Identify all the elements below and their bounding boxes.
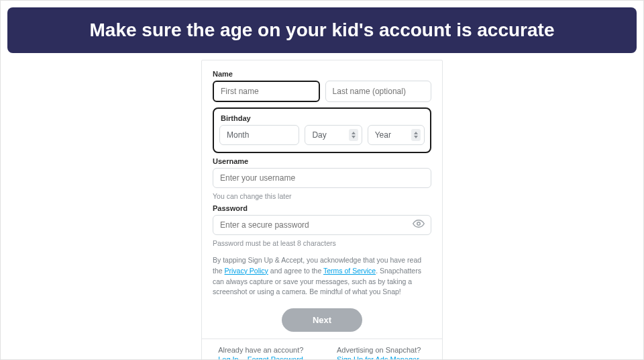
birthday-month-select[interactable]: Month [219, 125, 299, 145]
divider [202, 339, 442, 339]
already-have-account-text: Already have an account? [218, 346, 310, 354]
banner-text: Make sure the age on your kid's account … [90, 19, 555, 40]
last-name-input[interactable] [325, 81, 431, 102]
username-label: Username [213, 157, 431, 165]
password-label: Password [213, 204, 431, 212]
username-input[interactable] [213, 168, 431, 188]
first-name-input[interactable] [213, 81, 320, 102]
stepper-icon [349, 129, 358, 141]
eye-icon[interactable] [413, 218, 425, 232]
forgot-password-link[interactable]: Forgot Password [248, 355, 303, 360]
footer-links: Already have an account? Log In Forgot P… [213, 346, 431, 360]
name-label: Name [213, 70, 431, 78]
legal-text: By tapping Sign Up & Accept, you acknowl… [213, 255, 431, 298]
login-link[interactable]: Log In [218, 355, 239, 360]
stepper-icon [411, 129, 421, 141]
ads-manager-link[interactable]: Sign Up for Ads Manager [337, 355, 419, 360]
advertising-text: Advertising on Snapchat? [337, 346, 426, 354]
next-button[interactable]: Next [282, 308, 362, 332]
page-title-banner: Make sure the age on your kid's account … [7, 7, 637, 53]
svg-point-0 [417, 222, 421, 226]
username-helper: You can change this later [213, 192, 431, 200]
password-input[interactable] [213, 215, 431, 235]
password-helper: Password must be at least 8 characters [213, 239, 431, 247]
birthday-label: Birthday [221, 114, 425, 122]
signup-form: Name Birthday Month Day Year [201, 60, 443, 360]
terms-of-service-link[interactable]: Terms of Service [323, 267, 376, 275]
privacy-policy-link[interactable]: Privacy Policy [225, 267, 268, 275]
birthday-group: Birthday Month Day Year [213, 107, 431, 153]
